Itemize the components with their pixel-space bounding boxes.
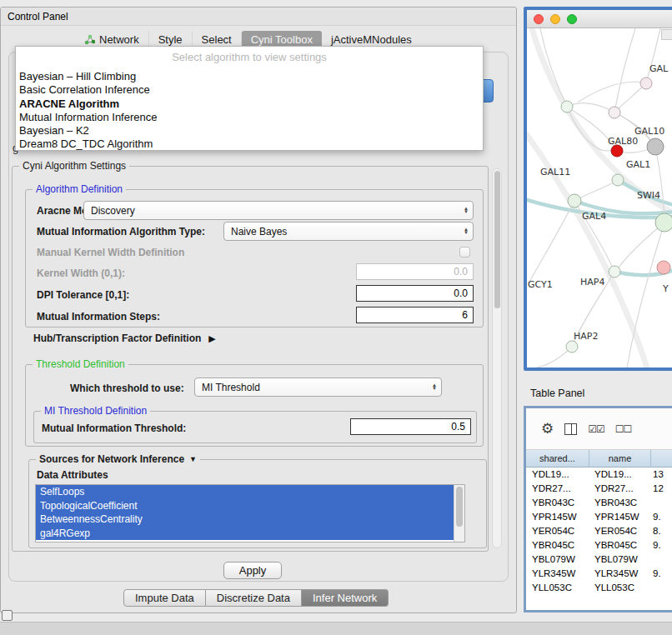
network-window-titlebar[interactable] bbox=[527, 10, 672, 28]
field-value: 0.0 bbox=[454, 266, 468, 278]
network-node[interactable] bbox=[609, 266, 620, 278]
network-node[interactable] bbox=[657, 261, 670, 274]
table-cell: YBR043C bbox=[589, 496, 651, 510]
popup-item-aracne[interactable]: ARACNE Algorithm bbox=[16, 98, 483, 111]
table-row[interactable]: YDL19...YDL19...13 bbox=[526, 468, 672, 482]
table-cell: YLL053C bbox=[589, 581, 651, 595]
settings-scrollbar[interactable] bbox=[492, 168, 502, 548]
popup-item-basic-correlation[interactable]: Basic Correlation Inference bbox=[16, 83, 483, 97]
network-tab-icon bbox=[84, 34, 95, 45]
table-row[interactable]: YBL079WYBL079W bbox=[526, 552, 672, 567]
control-panel-titlebar[interactable]: Control Panel bbox=[1, 8, 516, 26]
mi-threshold-field[interactable]: 0.5 bbox=[350, 418, 471, 435]
table-cell: YDR27... bbox=[589, 482, 651, 496]
mi-algorithm-type-label: Mutual Information Algorithm Type: bbox=[37, 226, 205, 238]
hub-transcription-factor-section[interactable]: Hub/Transcription Factor Definition ▶ bbox=[33, 332, 216, 344]
list-item-betweennesscentrality[interactable]: BetweennessCentrality bbox=[36, 512, 454, 527]
column-header-name[interactable]: name bbox=[589, 450, 651, 468]
group-title: Algorithm Definition bbox=[33, 183, 126, 196]
table-row[interactable]: YBR045CYBR045C9. bbox=[526, 538, 672, 552]
list-item-gal4rgexp[interactable]: gal4RGexp bbox=[36, 527, 454, 541]
dpi-tolerance-field[interactable]: 0.0 bbox=[356, 285, 474, 302]
network-node-label: HAP2 bbox=[574, 331, 598, 342]
network-node[interactable] bbox=[609, 107, 620, 118]
table-row[interactable]: YDR27...YDR27...12 bbox=[526, 482, 672, 496]
which-threshold-select[interactable]: MI Threshold bbox=[194, 378, 442, 397]
selected-value: MI Threshold bbox=[202, 382, 260, 393]
gear-icon[interactable]: ⚙ bbox=[541, 420, 554, 438]
data-attributes-list[interactable]: SelfLoops TopologicalCoefficient Between… bbox=[35, 484, 465, 542]
tab-label: jActiveMNodules bbox=[331, 33, 412, 46]
popup-item-bayesian-hill-climbing[interactable]: Bayesian – Hill Climbing bbox=[16, 70, 483, 83]
table-row[interactable]: YPR145WYPR145W9. bbox=[526, 510, 672, 524]
popup-item-bayesian-k2[interactable]: Bayesian – K2 bbox=[16, 124, 483, 138]
zoom-traffic-light[interactable] bbox=[567, 14, 577, 24]
table-row[interactable]: YER054CYER054C8. bbox=[526, 524, 672, 538]
minimize-traffic-light[interactable] bbox=[550, 14, 560, 24]
network-edge bbox=[577, 180, 618, 199]
network-node-label: GAL10 bbox=[634, 126, 664, 137]
table-cell: YER054C bbox=[589, 524, 651, 538]
mi-steps-field[interactable]: 6 bbox=[356, 307, 474, 323]
algorithm-select-popup: Select algorithm to view settings Bayesi… bbox=[15, 46, 484, 151]
tab-impute-data[interactable]: Impute Data bbox=[123, 589, 206, 607]
table-cell: YLL053C bbox=[526, 581, 589, 595]
table-row[interactable]: YLR345WYLR345W9. bbox=[526, 567, 672, 581]
panel-toggle-icon[interactable] bbox=[2, 610, 13, 621]
attributes-scrollbar-thumb[interactable] bbox=[456, 487, 463, 527]
collapsed-arrow-icon[interactable]: ▶ bbox=[208, 333, 215, 344]
network-node-label: GCY1 bbox=[528, 279, 553, 290]
tab-discretize-data[interactable]: Discretize Data bbox=[206, 589, 302, 607]
aracne-mode-select[interactable]: Discovery bbox=[83, 201, 474, 220]
sources-group-title-row[interactable]: Sources for Network Inference ▼ bbox=[36, 453, 200, 466]
network-node[interactable] bbox=[655, 213, 672, 232]
network-node[interactable] bbox=[647, 138, 664, 155]
tab-infer-network[interactable]: Infer Network bbox=[302, 589, 389, 607]
deselect-all-checkboxes-icon[interactable]: ☐☐ bbox=[615, 423, 632, 435]
table-row[interactable]: YBR043CYBR043C bbox=[526, 496, 672, 510]
network-node-label: GAL1 bbox=[626, 159, 650, 170]
table-cell: YBR043C bbox=[526, 496, 589, 510]
apply-button[interactable]: Apply bbox=[223, 562, 282, 579]
table-toolbar: ⚙ ☑☑ ☐☐ bbox=[526, 408, 672, 450]
kernel-width-field[interactable]: 0.0 bbox=[356, 263, 474, 280]
network-node[interactable] bbox=[566, 341, 578, 352]
group-title: Threshold Definition bbox=[33, 358, 128, 371]
column-header-partial[interactable] bbox=[651, 450, 672, 468]
network-node[interactable] bbox=[612, 174, 624, 186]
which-threshold-label: Which threshold to use: bbox=[70, 382, 184, 394]
network-node[interactable] bbox=[640, 78, 652, 89]
settings-scrollbar-thumb[interactable] bbox=[494, 171, 500, 308]
table-cell: 8. bbox=[651, 524, 672, 538]
network-node[interactable] bbox=[611, 145, 623, 157]
mi-algorithm-type-select[interactable]: Naive Bayes bbox=[223, 222, 474, 241]
combo-arrows-icon bbox=[464, 228, 469, 235]
attributes-scrollbar[interactable] bbox=[454, 485, 464, 542]
list-item-topologicalcoefficient[interactable]: TopologicalCoefficient bbox=[36, 499, 454, 513]
window-title: Control Panel bbox=[1, 11, 68, 22]
table-cell: 9. bbox=[651, 567, 672, 581]
network-edge bbox=[627, 222, 664, 368]
network-edge bbox=[646, 28, 660, 83]
table-row[interactable]: YLL053CYLL053C bbox=[526, 581, 672, 595]
network-edge bbox=[614, 28, 635, 112]
select-all-checkboxes-icon[interactable]: ☑☑ bbox=[588, 423, 604, 435]
column-manager-icon[interactable] bbox=[564, 423, 577, 435]
popup-item-dream8[interactable]: Dream8 DC_TDC Algorithm bbox=[16, 138, 483, 151]
selected-value: Naive Bayes bbox=[231, 226, 287, 238]
table-cell bbox=[651, 496, 672, 510]
network-node[interactable] bbox=[561, 101, 573, 112]
column-header-shared-name[interactable]: shared... bbox=[526, 450, 589, 468]
network-canvas[interactable]: GALGAL10GAL80GAL11GAL1SWI4GAL4GCY1HAP4YH… bbox=[527, 28, 672, 368]
popup-item-mutual-information[interactable]: Mutual Information Inference bbox=[16, 111, 483, 124]
data-attributes-label: Data Attributes bbox=[37, 469, 108, 481]
table-cell: YDR27... bbox=[526, 482, 589, 496]
tab-label: Style bbox=[158, 33, 183, 46]
list-item-selfloops[interactable]: SelfLoops bbox=[36, 485, 454, 499]
network-node[interactable] bbox=[568, 194, 581, 208]
manual-kernel-width-checkbox[interactable] bbox=[459, 247, 470, 258]
table-panel-title: Table Panel bbox=[530, 388, 584, 399]
close-traffic-light[interactable] bbox=[534, 14, 544, 24]
popup-placeholder: Select algorithm to view settings bbox=[16, 47, 483, 70]
expanded-arrow-icon[interactable]: ▼ bbox=[189, 453, 197, 466]
